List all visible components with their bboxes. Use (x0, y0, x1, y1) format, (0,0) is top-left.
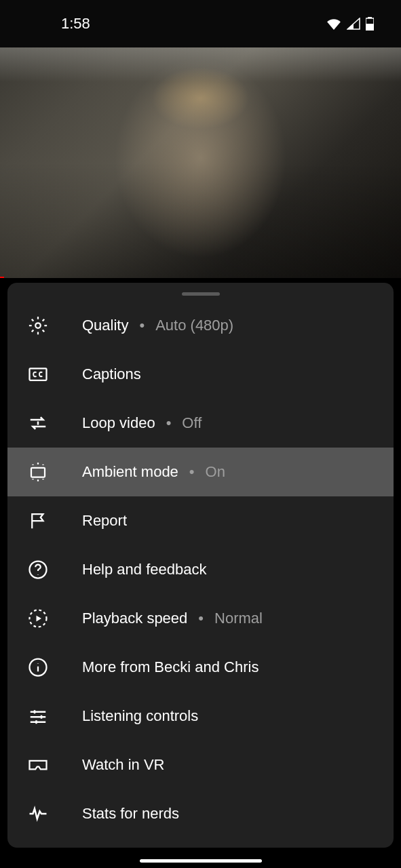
cell-signal-icon (347, 18, 360, 30)
menu-item-help-and-feedback[interactable]: Help and feedback (7, 545, 394, 594)
menu-item-text: Captions (82, 366, 141, 383)
wifi-icon (326, 18, 341, 30)
svg-rect-5 (31, 468, 45, 477)
menu-item-text: Report (82, 512, 127, 530)
gear-icon (26, 314, 50, 337)
menu-item-label: Watch in VR (82, 756, 164, 774)
menu-item-label: Help and feedback (82, 561, 206, 578)
menu-item-text: More from Becki and Chris (82, 658, 259, 676)
status-icons (326, 17, 374, 31)
menu-item-label: Quality (82, 317, 128, 334)
status-time: 1:58 (61, 15, 90, 33)
menu-item-text: Ambient mode•On (82, 463, 225, 481)
menu-item-quality[interactable]: Quality•Auto (480p) (7, 301, 394, 350)
drag-handle[interactable] (182, 292, 220, 296)
menu-item-label: Captions (82, 366, 141, 383)
bullet-separator: • (189, 463, 195, 481)
options-bottom-sheet: Quality•Auto (480p)CaptionsLoop video•Of… (7, 283, 394, 848)
menu-item-report[interactable]: Report (7, 496, 394, 545)
bullet-separator: • (166, 414, 172, 432)
menu-item-watch-in-vr[interactable]: Watch in VR (7, 741, 394, 789)
menu-item-label: Report (82, 512, 127, 530)
menu-item-listening-controls[interactable]: Listening controls (7, 692, 394, 741)
battery-icon (366, 17, 374, 31)
svg-rect-4 (30, 368, 47, 380)
menu-item-label: Stats for nerds (82, 805, 179, 823)
menu-item-label: Loop video (82, 414, 155, 432)
menu-item-text: Listening controls (82, 707, 198, 725)
menu-item-text: Watch in VR (82, 756, 164, 774)
menu-item-value: Auto (480p) (155, 317, 233, 334)
menu-item-ambient-mode[interactable]: Ambient mode•On (7, 448, 394, 496)
menu-item-captions[interactable]: Captions (7, 350, 394, 399)
menu-item-text: Quality•Auto (480p) (82, 317, 233, 334)
ambient-icon (26, 460, 50, 484)
vr-icon (26, 753, 50, 776)
options-menu: Quality•Auto (480p)CaptionsLoop video•Of… (7, 301, 394, 838)
stats-icon (26, 802, 50, 825)
loop-icon (26, 412, 50, 435)
info-icon (26, 656, 50, 679)
svg-rect-2 (366, 24, 374, 31)
video-player[interactable] (0, 47, 401, 278)
help-icon (26, 558, 50, 581)
sliders-icon (26, 705, 50, 728)
menu-item-label: Playback speed (82, 610, 187, 627)
menu-item-label: Listening controls (82, 707, 198, 725)
menu-item-more-from-becki-and-chris[interactable]: More from Becki and Chris (7, 643, 394, 692)
bullet-separator: • (198, 610, 204, 627)
menu-item-value: Normal (214, 610, 263, 627)
menu-item-text: Loop video•Off (82, 414, 202, 432)
menu-item-text: Help and feedback (82, 561, 206, 578)
menu-item-text: Stats for nerds (82, 805, 179, 823)
menu-item-label: Ambient mode (82, 463, 178, 481)
home-indicator[interactable] (140, 859, 262, 863)
menu-item-value: Off (182, 414, 202, 432)
cc-icon (26, 363, 50, 386)
status-bar: 1:58 (0, 0, 401, 47)
menu-item-playback-speed[interactable]: Playback speed•Normal (7, 594, 394, 643)
svg-point-3 (35, 323, 41, 328)
flag-icon (26, 509, 50, 532)
menu-item-loop-video[interactable]: Loop video•Off (7, 399, 394, 448)
menu-item-label: More from Becki and Chris (82, 658, 259, 676)
menu-item-text: Playback speed•Normal (82, 610, 263, 627)
menu-item-value: On (206, 463, 225, 481)
menu-item-stats-for-nerds[interactable]: Stats for nerds (7, 789, 394, 838)
speed-icon (26, 607, 50, 630)
bullet-separator: • (139, 317, 145, 334)
